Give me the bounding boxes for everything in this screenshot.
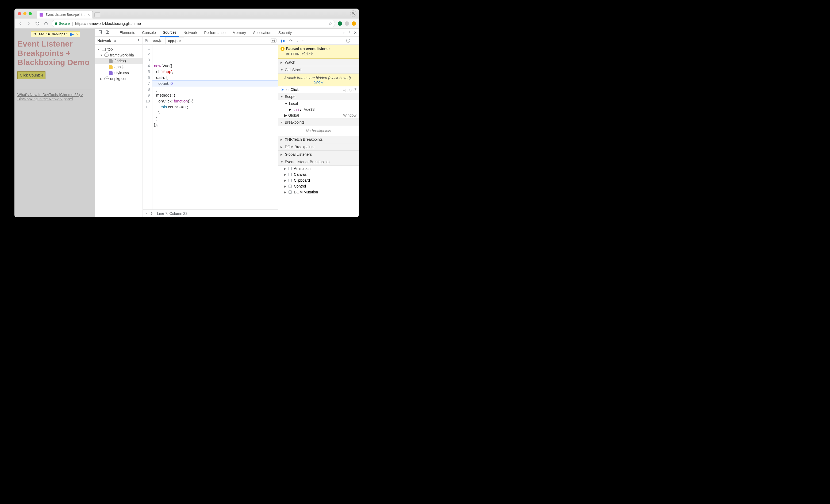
elb-category[interactable]: ▶Canvas	[278, 171, 359, 177]
editor-statusbar: { } Line 7, Column 22	[143, 210, 278, 217]
back-button[interactable]	[18, 21, 23, 27]
tab-close-icon[interactable]: ×	[88, 13, 90, 17]
paused-overlay-callout: Paused in debugger ▮▶ ↷	[31, 31, 80, 37]
section-global-listeners[interactable]: ▶Global Listeners	[278, 151, 359, 158]
devtools-panel: Elements Console Sources Network Perform…	[95, 29, 359, 217]
page-divider	[18, 90, 92, 90]
tree-domain-unpkg[interactable]: unpkg.com	[95, 76, 142, 82]
inspect-element-icon[interactable]	[98, 30, 103, 35]
svg-rect-1	[99, 31, 101, 33]
show-hidden-frames-link[interactable]: Show	[314, 80, 323, 84]
devtools-settings-icon[interactable]: ⋮	[347, 31, 351, 35]
editor-tab-appjs[interactable]: app.js×	[165, 37, 184, 44]
section-scope[interactable]: ▼Scope	[278, 93, 359, 100]
line-gutter[interactable]: 1234567891011	[143, 45, 152, 210]
elb-category[interactable]: ▶DOM Mutation	[278, 189, 359, 195]
run-snippet-icon[interactable]: ▶▮	[270, 38, 277, 42]
section-dom-breakpoints[interactable]: ▶DOM Breakpoints	[278, 143, 359, 151]
file-tree: top framework-bla (index)	[95, 45, 142, 83]
navigator-more-tabs-icon[interactable]: »	[114, 38, 116, 43]
scope-this[interactable]: ▶ this: Vue$3	[278, 107, 359, 112]
overlay-step-icon[interactable]: ↷	[75, 32, 78, 36]
pretty-print-icon[interactable]: { }	[146, 211, 153, 216]
secure-label: Secure	[59, 22, 70, 25]
devtools-tabbar: Elements Console Sources Network Perform…	[95, 29, 359, 37]
url-text: https://framework-blackboxing.glitch.me	[75, 22, 141, 26]
omnibox[interactable]: Secure | https://framework-blackboxing.g…	[52, 20, 335, 27]
tab-title: Event Listener Breakpoints + B	[45, 13, 86, 17]
navigator-menu-icon[interactable]: ⋮	[137, 38, 140, 43]
devtools-tab-sources[interactable]: Sources	[160, 29, 179, 37]
devtools-tab-performance[interactable]: Performance	[201, 29, 228, 36]
tree-file-index[interactable]: (index)	[95, 58, 142, 64]
scope-global[interactable]: ▶ GlobalWindow	[278, 112, 359, 119]
step-out-icon[interactable]: ↑	[302, 38, 304, 43]
devtools-tab-console[interactable]: Console	[139, 29, 158, 36]
section-event-listener-breakpoints[interactable]: ▼Event Listener Breakpoints	[278, 158, 359, 166]
devtools-close-icon[interactable]: ✕	[354, 31, 357, 35]
home-button[interactable]	[43, 21, 49, 27]
devtools-more-tabs-icon[interactable]: »	[343, 31, 345, 35]
tree-file-stylecss[interactable]: style.css	[95, 70, 142, 76]
navigator-tabbar: Network » ⋮	[95, 37, 142, 45]
devtools-tab-network[interactable]: Network	[181, 29, 200, 36]
window-maximize-button[interactable]	[29, 12, 32, 15]
page-heading: Event Listener Breakpoints + Blackboxing…	[18, 39, 92, 67]
editor-tab-vuejs[interactable]: vue.js	[150, 37, 164, 44]
svg-point-0	[352, 12, 354, 13]
doc-link[interactable]: What's New In DevTools (Chrome 66) > Bla…	[18, 93, 92, 101]
paused-banner: i Paused on event listener BUTTON.click	[278, 45, 359, 59]
hidden-frames-notice: 3 stack frames are hidden (black-boxed).…	[278, 73, 359, 86]
step-into-icon[interactable]: ↓	[296, 38, 298, 43]
toggle-navigator-icon[interactable]: ⎘	[145, 38, 149, 42]
frame-name: onClick	[286, 88, 299, 92]
resume-script-icon[interactable]: ▮▶	[281, 38, 286, 43]
callstack-frame[interactable]: ➤ onClick app.js:7	[278, 86, 359, 93]
sources-navigator: Network » ⋮ top framework-bla	[95, 37, 143, 217]
profile-avatar-button[interactable]	[350, 10, 356, 17]
section-callstack[interactable]: ▼Call Stack	[278, 66, 359, 73]
extension-icon[interactable]	[345, 22, 349, 26]
new-tab-button[interactable]	[94, 12, 100, 17]
devtools-tab-application[interactable]: Application	[250, 29, 274, 36]
tree-frame-top[interactable]: top	[95, 46, 142, 52]
code-area[interactable]: 1234567891011 new Vue({ el: '#app', data…	[143, 45, 278, 210]
editor-tabbar: ⎘ vue.js app.js× ▶▮	[143, 37, 278, 45]
window-close-button[interactable]	[18, 12, 21, 15]
devtools-tab-memory[interactable]: Memory	[230, 29, 249, 36]
paused-overlay-label: Paused in debugger	[33, 32, 67, 36]
elb-category[interactable]: ▶Control	[278, 183, 359, 189]
debugger-toolbar: ▮▶ ↷ ↓ ↑ ⃠ ⏸	[278, 37, 359, 45]
tree-domain[interactable]: framework-bla	[95, 52, 142, 58]
elb-category[interactable]: ▶Animation	[278, 166, 359, 171]
click-count-button[interactable]: Click Count: 4	[18, 71, 45, 79]
bookmark-star-icon[interactable]: ☆	[329, 22, 332, 26]
rendered-page: Paused in debugger ▮▶ ↷ Event Listener B…	[15, 29, 95, 217]
section-watch[interactable]: ▶Watch	[278, 59, 359, 66]
browser-tab[interactable]: Event Listener Breakpoints + B ×	[37, 11, 93, 19]
browser-toolbar: Secure | https://framework-blackboxing.g…	[15, 19, 359, 29]
code-editor-pane: ⎘ vue.js app.js× ▶▮ 1234567891011	[143, 37, 278, 217]
device-toolbar-icon[interactable]	[105, 30, 109, 35]
step-over-icon[interactable]: ↷	[289, 38, 292, 43]
devtools-tab-security[interactable]: Security	[276, 29, 295, 36]
window-controls[interactable]	[18, 12, 32, 15]
cursor-position: Line 7, Column 22	[157, 211, 187, 216]
extension-icon[interactable]	[338, 22, 342, 26]
code-content[interactable]: new Vue({ el: '#app', data: { count: 0 }…	[152, 45, 278, 210]
no-breakpoints-label: No breakpoints	[278, 126, 359, 136]
navigator-tab-network[interactable]: Network	[97, 38, 111, 43]
scope-local[interactable]: ▼ Local	[278, 100, 359, 107]
window-minimize-button[interactable]	[23, 12, 27, 15]
extension-icon[interactable]	[352, 22, 356, 26]
overlay-resume-icon[interactable]: ▮▶	[69, 32, 74, 36]
elb-category[interactable]: ▶Clipboard	[278, 177, 359, 183]
tree-file-appjs[interactable]: app.js	[95, 64, 142, 70]
forward-button[interactable]	[26, 21, 32, 27]
section-xhr-breakpoints[interactable]: ▶XHR/fetch Breakpoints	[278, 136, 359, 143]
reload-button[interactable]	[34, 21, 40, 27]
pause-on-exceptions-icon[interactable]: ⏸	[353, 38, 356, 43]
editor-tab-close-icon[interactable]: ×	[179, 39, 181, 43]
section-breakpoints[interactable]: ▼Breakpoints	[278, 119, 359, 126]
devtools-tab-elements[interactable]: Elements	[117, 29, 138, 36]
